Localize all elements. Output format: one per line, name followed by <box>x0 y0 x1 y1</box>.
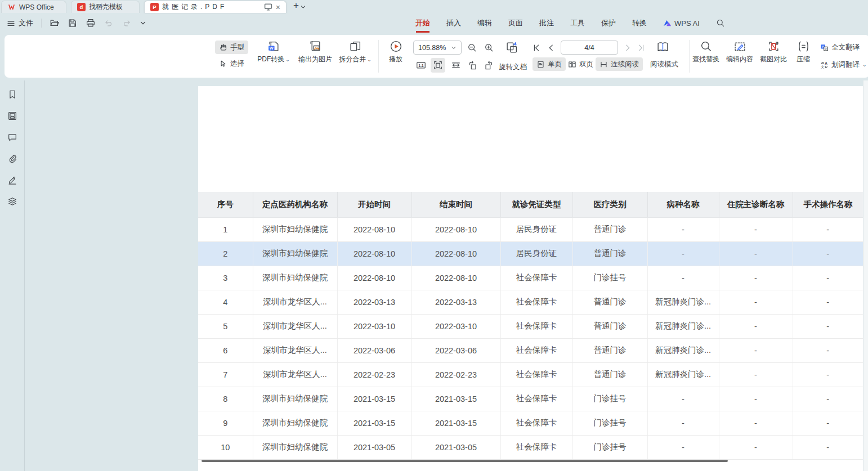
screenshot-compare-button[interactable]: 截图对比 <box>759 40 788 64</box>
fit-page-button[interactable] <box>431 58 445 73</box>
thumbnail-panel-icon[interactable] <box>7 111 17 121</box>
table-cell: 2022-08-10 <box>411 241 500 266</box>
find-replace-button[interactable]: 查找替换 <box>691 40 721 64</box>
tab-label: WPS Office <box>19 3 54 11</box>
attachment-icon[interactable] <box>7 154 17 164</box>
zoom-out-button[interactable] <box>465 41 480 55</box>
tab-label: 就医记录.PDF <box>162 2 227 12</box>
table-cell: - <box>719 411 793 435</box>
bookmark-icon[interactable] <box>7 89 17 100</box>
fit-width-button[interactable] <box>449 58 463 73</box>
redo-icon[interactable] <box>122 18 132 28</box>
first-page-button[interactable] <box>529 41 544 55</box>
file-menu-button[interactable]: 文件 <box>7 18 33 28</box>
rotate-left-button[interactable] <box>466 58 480 73</box>
table-cell: 2021-03-05 <box>337 435 411 459</box>
table-header-cell: 就诊凭证类型 <box>500 192 572 217</box>
qat-chevron-icon[interactable] <box>140 20 146 26</box>
hand-tool-button[interactable]: 手型 <box>215 41 248 54</box>
table-cell: 2022-02-23 <box>337 362 411 387</box>
wps-ai-button[interactable]: WPS AI <box>663 19 700 28</box>
save-icon[interactable] <box>68 18 78 28</box>
table-cell: 门诊挂号 <box>572 435 647 459</box>
table-cell: - <box>719 314 793 338</box>
menu-item-page[interactable]: 页面 <box>508 18 523 28</box>
full-translate-button[interactable]: A 文 全文翻译 <box>818 41 868 53</box>
table-cell: 深圳市妇幼保健院 <box>253 241 337 266</box>
page-number-input[interactable] <box>561 41 618 55</box>
table-body: 1深圳市妇幼保健院2022-08-102022-08-10居民身份证普通门诊--… <box>198 217 863 459</box>
continuous-read-button[interactable]: 连续阅读 <box>596 57 643 71</box>
table-row: 5深圳市龙华区人...2022-03-102022-03-10社会保障卡普通门诊… <box>198 314 863 338</box>
table-cell: 深圳市龙华区人... <box>253 338 337 362</box>
table-cell: 2022-08-10 <box>337 241 411 266</box>
one-to-one-icon: 1:1 <box>416 60 426 70</box>
open-folder-icon[interactable] <box>50 18 60 28</box>
menu-item-protect[interactable]: 保护 <box>601 18 616 28</box>
tab-wps-office[interactable]: WPS Office <box>1 1 66 13</box>
table-cell: 8 <box>198 387 253 411</box>
table-row: 1深圳市妇幼保健院2022-08-102022-08-10居民身份证普通门诊--… <box>198 217 863 241</box>
single-page-button[interactable]: 单页 <box>533 57 566 71</box>
chevron-down-icon: ⌄ <box>285 57 290 62</box>
menu-item-annotate[interactable]: 批注 <box>539 18 554 28</box>
actual-size-button[interactable]: 1:1 <box>414 58 428 73</box>
table-cell: 10 <box>198 435 253 459</box>
menu-item-home[interactable]: 开始 <box>415 18 430 28</box>
new-tab-button[interactable]: + <box>293 0 299 11</box>
table-cell: - <box>793 362 863 387</box>
split-merge-button[interactable]: 拆分合并⌄ <box>335 40 375 64</box>
page-organize-button[interactable] <box>504 40 519 55</box>
export-image-button[interactable]: 输出为图片 <box>294 40 337 64</box>
word-translate-button[interactable]: A 文 划词翻译⌄ <box>818 59 868 71</box>
fit-page-icon <box>433 60 443 70</box>
hand-icon <box>219 43 227 52</box>
monitor-icon[interactable] <box>264 3 272 11</box>
tab-list-chevron-icon[interactable] <box>300 4 306 10</box>
compress-button[interactable]: 压缩 <box>793 40 814 64</box>
rotate-right-button[interactable] <box>481 58 496 73</box>
read-mode-button[interactable]: 阅读模式 <box>646 57 682 71</box>
table-cell: 2022-03-10 <box>411 314 500 338</box>
previous-page-button[interactable] <box>544 41 558 55</box>
close-tab-icon[interactable]: × <box>276 3 280 11</box>
undo-icon[interactable] <box>104 18 114 28</box>
rotate-doc-button[interactable]: 旋转文档 <box>499 62 527 72</box>
menu-item-insert[interactable]: 插入 <box>446 18 461 28</box>
zoom-level-dropdown[interactable]: 105.88% <box>413 41 462 55</box>
tab-document-pdf[interactable]: P 就医记录.PDF × <box>144 1 287 13</box>
table-cell: 社会保障卡 <box>500 266 572 290</box>
chevron-down-icon: ⌄ <box>367 57 372 62</box>
edit-content-button[interactable]: 编辑内容 <box>725 40 754 64</box>
table-cell: - <box>719 387 793 411</box>
zoom-out-icon <box>467 43 477 53</box>
table-cell: 7 <box>198 362 253 387</box>
layers-icon[interactable] <box>7 196 17 207</box>
compress-icon <box>797 40 810 53</box>
table-cell: 2021-03-15 <box>337 411 411 435</box>
vertical-scrollbar[interactable] <box>863 80 868 471</box>
last-page-button[interactable] <box>634 41 648 55</box>
search-icon[interactable] <box>716 19 725 28</box>
chevron-down-icon: ⌄ <box>862 62 867 68</box>
table-cell: 新冠肺炎门诊... <box>647 338 719 362</box>
menu-item-tools[interactable]: 工具 <box>570 18 585 28</box>
tab-docer-templates[interactable]: d 找稻壳模板 <box>71 1 140 13</box>
menu-item-convert[interactable]: 转换 <box>632 18 647 28</box>
print-icon[interactable] <box>86 18 96 28</box>
read-mode-icon-button[interactable] <box>655 39 670 54</box>
table-cell: 门诊挂号 <box>572 411 647 435</box>
menu-item-edit[interactable]: 编辑 <box>477 18 492 28</box>
next-page-button[interactable] <box>620 41 635 55</box>
chevron-down-icon <box>451 45 457 51</box>
comment-panel-icon[interactable] <box>7 132 17 142</box>
table-header-row: 序号定点医药机构名称开始时间结束时间就诊凭证类型医疗类别病种名称住院主诊断名称手… <box>198 192 863 217</box>
select-tool-button[interactable]: 选择 <box>215 57 248 70</box>
pdf-convert-button[interactable]: W PDF转换⌄ <box>254 40 293 64</box>
play-button[interactable]: 播放 <box>384 40 408 64</box>
table-header-cell: 手术操作名称 <box>793 192 863 217</box>
table-cell: - <box>793 411 863 435</box>
signature-icon[interactable] <box>7 175 17 185</box>
zoom-in-button[interactable] <box>482 41 496 55</box>
menu-row: 文件 开始 插入 编辑 页面 批注 工具 保护 转换 WPS AI <box>0 14 868 33</box>
